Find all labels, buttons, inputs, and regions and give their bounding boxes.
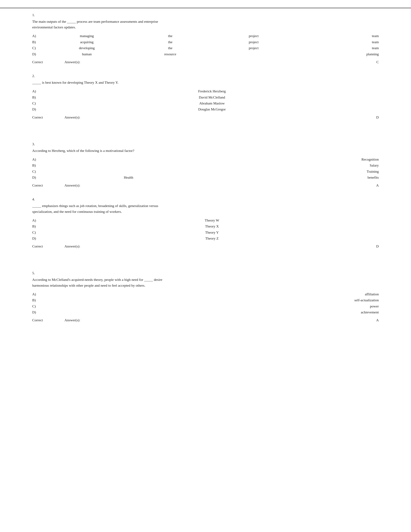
q5-a-text: affiliation <box>45 291 379 297</box>
q4-a-letter: A) <box>32 217 45 223</box>
q4-correct-label: Correct <box>32 244 65 248</box>
q1-option-c: C) developing the project team <box>32 45 379 51</box>
q1-correct-line: Correct Answer(s): C <box>32 60 379 64</box>
q5-option-b: B) self-actualization <box>32 297 379 303</box>
q1-c-col4: project <box>212 45 295 51</box>
q1-text: The main outputs of the _____ process ar… <box>32 19 379 30</box>
q4-text-line1: _____ emphasizes things such as job rota… <box>32 204 158 208</box>
q4-text-line2: specialization, and the need for continu… <box>32 209 122 214</box>
q3-number: 3. <box>32 142 379 146</box>
q2-option-c: C) Abraham Maslow <box>32 100 379 106</box>
q2-b-letter: B) <box>32 94 45 100</box>
q1-answers-label: Answer(s): <box>65 60 97 64</box>
q1-d-col2: human <box>45 51 129 57</box>
q5-text: According to McClelland's acquired-needs… <box>32 277 379 288</box>
q2-text: _____ is best known for developing Theor… <box>32 80 379 85</box>
q4-c-text: Theory Y <box>45 229 379 235</box>
q3-answers-label: Answer(s): <box>65 183 97 188</box>
q4-answers-label: Answer(s): <box>65 244 97 248</box>
q5-correct-label: Correct <box>32 318 65 322</box>
q3-correct-label: Correct <box>32 183 65 188</box>
q1-option-a: A) managing the project team <box>32 33 379 39</box>
q1-a-col4: project <box>212 33 295 39</box>
q2-c-letter: C) <box>32 100 45 106</box>
q1-b-col3: the <box>129 39 212 45</box>
q2-a-text: Frederick Herzberg <box>45 88 379 94</box>
q2-option-b: B) David McClelland <box>32 94 379 100</box>
spacer-2 <box>32 258 379 271</box>
q3-correct-line: Correct Answer(s): A <box>32 183 379 188</box>
spacer-1 <box>32 129 379 142</box>
q5-d-text: achievement <box>45 309 379 315</box>
q5-correct-value: A <box>376 318 379 322</box>
q1-a-letter: A) <box>32 33 45 39</box>
top-border <box>0 8 411 8</box>
q4-b-letter: B) <box>32 223 45 229</box>
question-1: 1. The main outputs of the _____ process… <box>32 13 379 64</box>
q5-a-letter: A) <box>32 291 45 297</box>
q1-b-col5: team <box>295 39 379 45</box>
q1-d-col4 <box>212 51 295 57</box>
q3-c-text: Training <box>45 169 379 174</box>
q5-b-letter: B) <box>32 297 45 303</box>
q5-c-text: power <box>45 303 379 309</box>
q1-option-d: D) human resource planning <box>32 51 379 57</box>
q1-c-col3: the <box>129 45 212 51</box>
q5-text-line2: harmonious relationships with other peop… <box>32 283 145 287</box>
q2-answers-label: Answer(s): <box>65 115 97 119</box>
page: 1. The main outputs of the _____ process… <box>0 0 411 532</box>
q5-answers-label: Answer(s): <box>65 318 97 322</box>
q3-correct-value: A <box>376 183 379 188</box>
q3-c-letter: C) <box>32 169 45 174</box>
q3-a-text: Recognition <box>45 156 379 162</box>
q3-b-text: Salary <box>45 162 379 168</box>
q4-option-d: D) Theory Z <box>32 235 379 241</box>
q1-d-col5: planning <box>295 51 379 57</box>
q1-correct-value: C <box>376 60 379 64</box>
q4-d-text: Theory Z <box>45 235 379 241</box>
q4-options: A) Theory W B) Theory X C) Theory Y D) T… <box>32 217 379 241</box>
q2-d-text: Douglas McGregor <box>45 106 379 112</box>
q1-c-col5: team <box>295 45 379 51</box>
q3-b-letter: B) <box>32 162 45 168</box>
q4-option-a: A) Theory W <box>32 217 379 223</box>
q1-text-line1: The main outputs of the _____ process ar… <box>32 19 158 24</box>
q1-a-col5: team <box>295 33 379 39</box>
q1-a-col3: the <box>129 33 212 39</box>
q2-c-text: Abraham Maslow <box>45 100 379 106</box>
q1-c-col2: developing <box>45 45 129 51</box>
question-5: 5. According to McClelland's acquired-ne… <box>32 271 379 322</box>
q2-number: 2. <box>32 74 379 78</box>
q2-a-letter: A) <box>32 88 45 94</box>
q2-d-letter: D) <box>32 106 45 112</box>
q5-c-letter: C) <box>32 303 45 309</box>
q1-number: 1. <box>32 13 379 17</box>
q1-d-col3: resource <box>129 51 212 57</box>
q3-options: A) Recognition B) Salary C) Training D) … <box>32 156 379 180</box>
q1-options: A) managing the project team B) acquirin… <box>32 33 379 57</box>
q1-b-col2: acquiring <box>45 39 129 45</box>
q3-d-text-left: Health <box>45 174 212 180</box>
question-4: 4. _____ emphasizes things such as job r… <box>32 197 379 248</box>
q5-text-line1: According to McClelland's acquired-needs… <box>32 278 162 282</box>
q3-option-b: B) Salary <box>32 162 379 168</box>
q5-correct-line: Correct Answer(s): A <box>32 318 379 322</box>
q3-d-letter: D) <box>32 174 45 180</box>
q4-correct-value: D <box>376 244 379 248</box>
q1-b-letter: B) <box>32 39 45 45</box>
q1-b-col4: project <box>212 39 295 45</box>
q3-option-d: D) Health benefits <box>32 174 379 180</box>
q5-option-d: D) achievement <box>32 309 379 315</box>
q3-a-letter: A) <box>32 156 45 162</box>
q4-d-letter: D) <box>32 235 45 241</box>
q4-text: _____ emphasizes things such as job rota… <box>32 203 379 214</box>
q2-b-text: David McClelland <box>45 94 379 100</box>
q3-text: According to Herzberg, which of the foll… <box>32 148 379 153</box>
q3-option-a: A) Recognition <box>32 156 379 162</box>
q5-b-text: self-actualization <box>45 297 379 303</box>
q4-a-text: Theory W <box>45 217 379 223</box>
q5-option-a: A) affiliation <box>32 291 379 297</box>
q3-d-text-right: benefits <box>212 174 379 180</box>
q2-correct-label: Correct <box>32 115 65 119</box>
q4-correct-line: Correct Answer(s): D <box>32 244 379 248</box>
